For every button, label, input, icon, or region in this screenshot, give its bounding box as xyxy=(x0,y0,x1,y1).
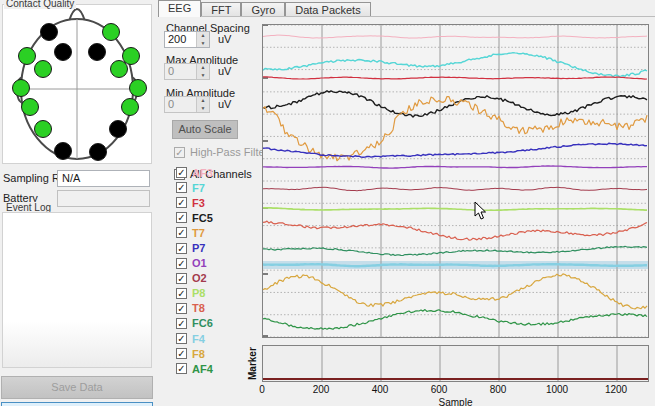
channel-row-f4[interactable]: F4 xyxy=(176,331,213,346)
tab-eeg[interactable]: EEG xyxy=(158,0,201,17)
sampling-rate-field[interactable]: N/A xyxy=(57,170,150,187)
channel-row-t8[interactable]: T8 xyxy=(176,301,213,316)
high-pass-filter-checkbox xyxy=(174,147,185,158)
channel-spacing-spinner[interactable]: 200 ▲ ▼ xyxy=(164,31,210,48)
event-log-panel[interactable] xyxy=(2,212,152,368)
channel-label-o1: O1 xyxy=(192,257,207,269)
contact-quality-label: Contact Quality xyxy=(4,0,76,9)
trace-f8 xyxy=(263,274,647,309)
channel-checkbox-f8[interactable] xyxy=(176,348,187,359)
trace-p7 xyxy=(263,143,647,157)
sensor-f7 xyxy=(19,48,36,65)
x-tick-label-600: 600 xyxy=(419,384,459,395)
eeg-waveform-chart[interactable] xyxy=(262,24,649,338)
partial-bottom-button[interactable] xyxy=(1,402,153,406)
marker-trace xyxy=(263,346,648,381)
sensor-f8 xyxy=(123,48,140,65)
channel-checkbox-p7[interactable] xyxy=(176,243,187,254)
min-amplitude-value: 0 xyxy=(165,97,196,112)
spin-down-icon: ▼ xyxy=(197,72,209,80)
channel-checkbox-af3[interactable] xyxy=(176,167,187,178)
high-pass-filter-label: High-Pass Filter xyxy=(190,146,268,158)
channel-checkbox-t8[interactable] xyxy=(176,303,187,314)
channel-row-o2[interactable]: O2 xyxy=(176,271,213,286)
channel-label-f3: F3 xyxy=(192,197,205,209)
auto-scale-button[interactable]: Auto Scale xyxy=(172,120,238,139)
channel-label-t7: T7 xyxy=(192,227,205,239)
trace-f7 xyxy=(263,53,647,77)
channel-label-p7: P7 xyxy=(192,242,205,254)
channel-checkbox-o1[interactable] xyxy=(176,258,187,269)
max-amplitude-unit: uV xyxy=(218,65,231,77)
channel-row-o1[interactable]: O1 xyxy=(176,256,213,271)
max-amplitude-arrows: ▲ ▼ xyxy=(196,64,209,79)
x-tick-label-0: 0 xyxy=(242,384,282,395)
channel-row-p8[interactable]: P8 xyxy=(176,286,213,301)
sensor-cms xyxy=(22,99,39,116)
channel-label-t8: T8 xyxy=(192,302,205,314)
save-data-button[interactable]: Save Data xyxy=(1,376,153,399)
channel-checkbox-fc6[interactable] xyxy=(176,318,187,329)
channel-row-fc5[interactable]: FC5 xyxy=(176,210,213,225)
channel-checkbox-list: AF3F7F3FC5T7P7O1O2P8T8FC6F4F8AF4 xyxy=(176,165,213,376)
min-amplitude-spinner: 0 ▲ ▼ xyxy=(164,96,210,113)
sensor-p8 xyxy=(110,121,127,138)
channel-checkbox-af4[interactable] xyxy=(176,363,187,374)
channel-checkbox-f3[interactable] xyxy=(176,197,187,208)
channel-label-af3: AF3 xyxy=(192,167,213,179)
sample-axis-label: Sample xyxy=(262,397,649,406)
channel-checkbox-o2[interactable] xyxy=(176,273,187,284)
sensor-f4 xyxy=(89,44,106,61)
channel-label-af4: AF4 xyxy=(192,363,213,375)
min-amplitude-arrows: ▲ ▼ xyxy=(196,97,209,112)
channel-label-f8: F8 xyxy=(192,348,205,360)
channel-label-p8: P8 xyxy=(192,287,205,299)
trace-af4 xyxy=(263,310,647,330)
channel-row-f8[interactable]: F8 xyxy=(176,346,213,361)
marker-chart xyxy=(262,345,649,382)
channel-checkbox-p8[interactable] xyxy=(176,288,187,299)
marker-axis-label: Marker xyxy=(247,346,260,382)
channel-checkbox-f7[interactable] xyxy=(176,182,187,193)
tab-data-packets[interactable]: Data Packets xyxy=(285,2,370,17)
spin-up-icon[interactable]: ▲ xyxy=(197,32,209,40)
spin-up-icon: ▲ xyxy=(197,97,209,105)
channel-label-f4: F4 xyxy=(192,333,205,345)
channel-spacing-unit: uV xyxy=(218,33,231,45)
channel-spacing-arrows[interactable]: ▲ ▼ xyxy=(196,32,209,47)
tab-strip: EEGFFTGyroData Packets xyxy=(158,0,371,17)
channel-row-f3[interactable]: F3 xyxy=(176,195,213,210)
x-tick-label-1200: 1200 xyxy=(596,384,636,395)
channel-row-fc6[interactable]: FC6 xyxy=(176,316,213,331)
trace-p8 xyxy=(263,208,647,211)
sensor-o2 xyxy=(90,144,107,161)
max-amplitude-value: 0 xyxy=(165,64,196,79)
channel-checkbox-f4[interactable] xyxy=(176,333,187,344)
x-tick-label-200: 200 xyxy=(301,384,341,395)
trace-o2 xyxy=(263,187,647,191)
sensor-af4 xyxy=(103,24,120,41)
sensor-f3 xyxy=(55,44,72,61)
spin-down-icon: ▼ xyxy=(197,105,209,113)
x-tick-label-800: 800 xyxy=(478,384,518,395)
spin-up-icon: ▲ xyxy=(197,64,209,72)
tab-fft[interactable]: FFT xyxy=(201,2,241,17)
tab-gyro[interactable]: Gyro xyxy=(241,2,285,17)
min-amplitude-unit: uV xyxy=(218,98,231,110)
channel-row-f7[interactable]: F7 xyxy=(176,180,213,195)
sensor-t7 xyxy=(13,80,30,97)
spin-down-icon[interactable]: ▼ xyxy=(197,40,209,48)
trace-t8 xyxy=(263,221,647,240)
channel-label-o2: O2 xyxy=(192,272,207,284)
channel-checkbox-fc5[interactable] xyxy=(176,212,187,223)
channel-checkbox-t7[interactable] xyxy=(176,227,187,238)
channel-row-af3[interactable]: AF3 xyxy=(176,165,213,180)
sensor-p7 xyxy=(35,121,52,138)
channel-row-t7[interactable]: T7 xyxy=(176,225,213,240)
channel-row-af4[interactable]: AF4 xyxy=(176,361,213,376)
channel-spacing-value[interactable]: 200 xyxy=(165,32,196,47)
max-amplitude-spinner: 0 ▲ ▼ xyxy=(164,63,210,80)
sensor-fc6 xyxy=(111,61,128,78)
channel-row-p7[interactable]: P7 xyxy=(176,240,213,255)
battery-field xyxy=(57,190,150,207)
